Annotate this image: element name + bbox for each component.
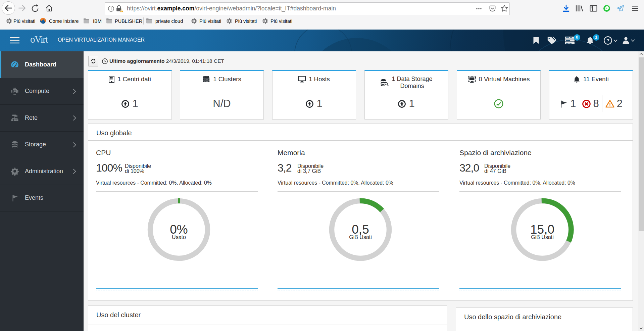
svg-text:?: ? [606,38,609,43]
